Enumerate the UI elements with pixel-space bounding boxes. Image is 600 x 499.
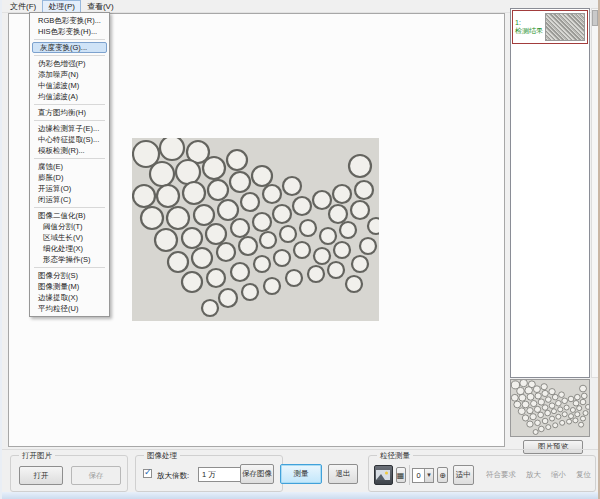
specimen-sphere <box>313 191 331 209</box>
measure-button[interactable]: 测量 <box>280 464 322 484</box>
specimen-sphere <box>231 219 249 237</box>
specimen-sphere <box>293 197 311 215</box>
specimen-sphere <box>283 177 301 195</box>
process-menu-item[interactable]: 平均粒径(U) <box>31 303 108 314</box>
specimen-sphere <box>273 205 291 223</box>
specimen-sphere <box>231 263 249 281</box>
specimen-sphere <box>320 228 336 244</box>
specimen-sphere <box>183 182 205 204</box>
process-group-label: 图像处理 <box>144 451 180 460</box>
toolbar-separator <box>409 465 410 485</box>
specimen-sphere <box>294 242 310 258</box>
file-group-label: 打开图片 <box>19 451 55 460</box>
menu-view[interactable]: 查看(V) <box>81 0 120 13</box>
result-list-item[interactable]: 1: 检测结果 <box>512 10 588 44</box>
process-menu-item[interactable]: 图像测量(M) <box>31 281 108 292</box>
zoom-level-value: 0 <box>413 471 423 480</box>
result-list[interactable]: 1: 检测结果 <box>510 8 590 378</box>
process-menu-item[interactable]: 模板检测(R)... <box>31 145 108 156</box>
process-menu-item[interactable]: 中值滤波(M) <box>31 80 108 91</box>
process-menu-item[interactable]: 边缘检测算子(E)... <box>31 123 108 134</box>
target-icon[interactable]: ⊕ <box>437 467 447 483</box>
status-label-row: 符合要求放大缩小复位 <box>486 470 591 480</box>
auto-checkbox[interactable]: ✓ <box>143 469 152 478</box>
spinner-down-icon[interactable]: ▼ <box>424 469 434 482</box>
image-mode-button[interactable] <box>374 465 393 485</box>
file-groupbox: 打开图片 打开 保存 <box>10 455 128 492</box>
process-menu-item[interactable]: 腐蚀(E) <box>31 161 108 172</box>
image-icon <box>376 470 390 480</box>
specimen-sphere <box>286 270 302 286</box>
process-menu-item[interactable]: 形态学操作(S) <box>31 254 108 265</box>
display-groupbox: 粒径测量 ▦ 0 ▼ ⊕ 适中 符合要求放大缩小复位 <box>368 455 596 492</box>
specimen-sphere <box>133 185 155 207</box>
specimen-sphere <box>202 300 218 316</box>
process-menu-item[interactable]: 灰度变换(G)... <box>32 42 107 53</box>
menu-separator <box>34 267 105 268</box>
specimen-sphere <box>340 222 356 238</box>
open-button[interactable]: 打开 <box>19 466 63 485</box>
specimen-sphere <box>182 228 202 248</box>
process-menu-item[interactable]: 细化处理(X) <box>31 243 108 254</box>
toolbar-divider <box>2 449 600 450</box>
scrollbar-thumb[interactable] <box>592 10 598 26</box>
specimen-sphere <box>264 278 280 294</box>
result-list-scrollbar[interactable] <box>591 8 599 378</box>
specimen-sphere <box>241 193 259 211</box>
preview-thumbnail <box>510 379 590 437</box>
specimen-sphere <box>218 200 238 220</box>
specimen-sphere <box>252 166 272 186</box>
specimen-sphere <box>168 252 188 272</box>
status-label: 复位 <box>576 470 591 480</box>
specimen-sphere <box>230 172 250 192</box>
menu-file[interactable]: 文件(F) <box>4 0 42 13</box>
process-dropdown-menu: RGB色彩变换(R)...HIS色彩变换(H)...灰度变换(G)...伪彩色增… <box>29 12 110 317</box>
specimen-sphere <box>346 276 362 292</box>
menu-process[interactable]: 处理(P) <box>42 0 81 13</box>
process-menu-item[interactable]: 中心特征提取(S)... <box>31 134 108 145</box>
process-menu-item[interactable]: 图像分割(S) <box>31 270 108 281</box>
process-menu-item[interactable]: HIS色彩变换(H)... <box>31 26 108 37</box>
specimen-sphere <box>260 232 276 248</box>
process-menu-item[interactable]: 闭运算(C) <box>31 194 108 205</box>
specimen-sphere <box>155 229 177 251</box>
grid-icon[interactable]: ▦ <box>396 467 406 483</box>
exit-button[interactable]: 退出 <box>328 464 358 484</box>
process-menu-item[interactable]: 膨胀(D) <box>31 172 108 183</box>
specimen-sphere <box>217 243 235 261</box>
specimen-sphere <box>194 205 214 225</box>
specimen-sphere <box>349 155 371 177</box>
specimen-sphere <box>308 266 324 282</box>
process-menu-item[interactable]: 图像二值化(B) <box>31 210 108 221</box>
process-menu-item[interactable]: 添加噪声(N) <box>31 69 108 80</box>
specimen-sphere <box>167 207 189 229</box>
process-menu-item[interactable]: 阈值分割(T) <box>31 221 108 232</box>
status-label: 缩小 <box>551 470 566 480</box>
specimen-sphere <box>206 224 226 244</box>
process-menu-item[interactable]: 边缘提取(X) <box>31 292 108 303</box>
preview-button[interactable]: 图片预览 <box>523 440 583 454</box>
process-menu-item[interactable]: 开运算(O) <box>31 183 108 194</box>
process-menu-item[interactable]: 直方图均衡(H) <box>31 107 108 118</box>
specimen-sphere <box>334 242 350 258</box>
specimen-sphere <box>280 226 296 242</box>
specimen-sphere <box>207 269 225 287</box>
process-menu-item[interactable]: RGB色彩变换(R)... <box>31 15 108 26</box>
specimen-sphere <box>227 150 247 170</box>
process-menu-item[interactable]: 均值滤波(A) <box>31 91 108 102</box>
specimen-sphere <box>219 289 237 307</box>
specimen-sphere <box>239 237 257 255</box>
process-menu-item[interactable]: 区域生长(V) <box>31 232 108 243</box>
save-button[interactable]: 保存 <box>71 466 121 485</box>
process-menu-item[interactable]: 伪彩色增强(P) <box>31 58 108 69</box>
specimen-sphere <box>192 248 212 268</box>
zoom-level-spinner[interactable]: 0 ▼ <box>412 468 434 483</box>
specimen-sphere <box>203 157 225 179</box>
specimen-sphere <box>333 185 351 203</box>
save-image-button[interactable]: 保存图像 <box>240 464 274 484</box>
specimen-sphere <box>150 162 174 186</box>
specimen-sphere <box>253 213 271 231</box>
fit-button[interactable]: 适中 <box>453 465 474 485</box>
specimen-sphere <box>182 272 202 292</box>
specimen-sphere <box>368 218 379 234</box>
